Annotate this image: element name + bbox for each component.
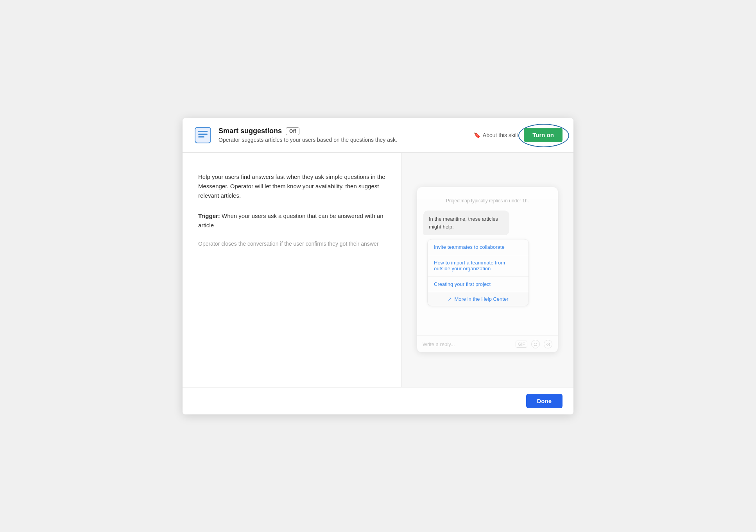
modal-body: Help your users find answers fast when t… xyxy=(183,153,573,387)
messenger-input-area: Write a reply... GIF ☺ ⊘ xyxy=(417,336,558,352)
bookmark-icon: 🔖 xyxy=(474,132,480,138)
right-panel: Projectmap typically replies in under 1h… xyxy=(401,153,573,387)
article-link-2[interactable]: How to import a teammate from outside yo… xyxy=(428,255,528,277)
articles-card: Invite teammates to collaborate How to i… xyxy=(427,239,529,306)
operator-note: Operator closes the conversation if the … xyxy=(198,239,385,248)
attachment-icon[interactable]: ⊘ xyxy=(544,340,552,348)
description-text: Help your users find answers fast when t… xyxy=(198,172,385,200)
help-center-link[interactable]: ↗ More in the Help Center xyxy=(428,292,528,306)
trigger-description: When your users ask a question that can … xyxy=(198,212,383,229)
messenger-preview: Projectmap typically replies in under 1h… xyxy=(417,187,558,352)
trigger-label: Trigger: xyxy=(198,212,220,219)
svg-rect-3 xyxy=(198,136,204,137)
modal-footer: Done xyxy=(183,387,573,414)
article-link-1[interactable]: Invite teammates to collaborate xyxy=(428,239,528,255)
modal-header: Smart suggestions Off Operator suggests … xyxy=(183,118,573,153)
chat-area: Projectmap typically replies in under 1h… xyxy=(417,187,558,336)
skill-subtitle: Operator suggests articles to your users… xyxy=(219,137,474,143)
header-title-row: Smart suggestions Off xyxy=(219,127,474,135)
input-icons: GIF ☺ ⊘ xyxy=(516,340,552,348)
input-placeholder: Write a reply... xyxy=(423,341,455,347)
chat-bubble: In the meantime, these articles might he… xyxy=(423,211,509,235)
article-link-3[interactable]: Creating your first project xyxy=(428,277,528,292)
turn-on-button[interactable]: Turn on xyxy=(524,128,563,142)
turn-on-wrapper: Turn on xyxy=(524,128,563,142)
done-button[interactable]: Done xyxy=(526,394,563,408)
modal-container: Smart suggestions Off Operator suggests … xyxy=(183,118,573,414)
external-link-icon: ↗ xyxy=(448,296,452,302)
header-actions: 🔖 About this skill Turn on xyxy=(474,128,563,142)
svg-rect-2 xyxy=(198,134,208,135)
skill-title: Smart suggestions xyxy=(219,127,282,135)
emoji-icon[interactable]: ☺ xyxy=(531,340,540,348)
trigger-section: Trigger: When your users ask a question … xyxy=(198,211,385,230)
help-center-label: More in the Help Center xyxy=(454,296,508,302)
about-link[interactable]: 🔖 About this skill xyxy=(474,132,518,138)
gif-icon-label[interactable]: GIF xyxy=(516,341,527,348)
svg-rect-0 xyxy=(195,127,211,143)
left-panel: Help your users find answers fast when t… xyxy=(183,153,401,387)
about-link-label: About this skill xyxy=(483,132,518,138)
trigger-text: Trigger: When your users ask a question … xyxy=(198,211,385,230)
skill-icon xyxy=(193,126,212,145)
chat-status-text: Projectmap typically replies in under 1h… xyxy=(423,195,552,207)
header-text-group: Smart suggestions Off Operator suggests … xyxy=(219,127,474,143)
svg-rect-1 xyxy=(198,131,208,132)
status-badge: Off xyxy=(286,127,299,135)
